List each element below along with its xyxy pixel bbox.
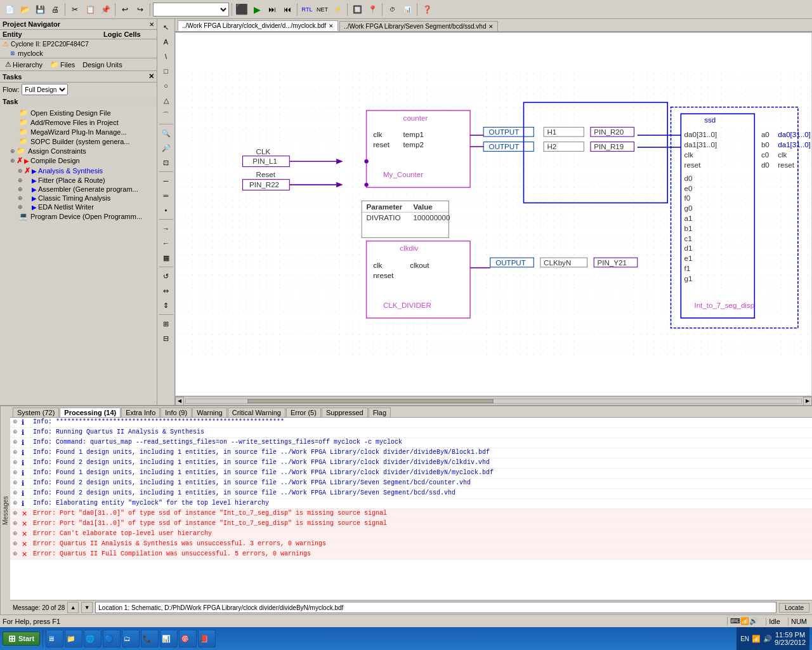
task-compile-design[interactable]: ⊕ ✗ ▶ Compile Design [0, 156, 157, 166]
expand-analysis[interactable]: ⊕ [18, 168, 23, 174]
resource-btn[interactable]: 📊 [400, 3, 414, 17]
run-button[interactable]: ▶ [250, 3, 264, 17]
locate-button[interactable]: Locate [779, 603, 809, 613]
msg-row-1[interactable]: ⊕ ℹ Info: Running Quartus II Analysis & … [10, 428, 812, 438]
schematic-canvas[interactable]: counter clk temp1 reset temp2 My_Counter… [175, 32, 812, 396]
msg-row-8[interactable]: ⊕ ℹ Info: Elaborating entity "myclock" f… [10, 499, 812, 509]
msg-expand-10[interactable]: ⊕ [13, 520, 19, 526]
task-fitter[interactable]: ⊕ ▶ Fitter (Place & Route) [0, 176, 157, 185]
taskbar-icon-3[interactable]: 🌐 [84, 630, 102, 647]
msg-expand-6[interactable]: ⊕ [13, 479, 19, 486]
msg-row-7[interactable]: ⊕ ℹ Info: Found 2 design units, includin… [10, 489, 812, 499]
junction-tool[interactable]: • [159, 203, 174, 217]
zoom-in-tool[interactable]: 🔍 [159, 126, 174, 140]
project-dropdown[interactable]: myclock [153, 3, 229, 17]
msg-expand-0[interactable]: ⊕ [13, 418, 19, 425]
rtl-button[interactable]: RTL [300, 3, 314, 17]
redo-button[interactable]: ↪ [133, 3, 147, 17]
tasks-close[interactable]: ✕ [148, 72, 154, 81]
expand-assembler[interactable]: ⊕ [18, 186, 23, 192]
ellipse-tool[interactable]: ○ [159, 79, 174, 93]
step-button[interactable]: ⏭ [265, 3, 279, 17]
message-location-input[interactable] [95, 602, 776, 613]
navigator-close[interactable]: ✕ [149, 21, 154, 28]
fit-tool[interactable]: ⊡ [159, 156, 174, 169]
scroll-right-btn[interactable]: ▶ [803, 397, 812, 406]
msg-row-11[interactable]: ⊕ ✕ Error: Can't elaborate top-level use… [10, 529, 812, 540]
tab-design-units[interactable]: Design Units [80, 60, 124, 69]
msg-row-5[interactable]: ⊕ ℹ Info: Found 1 design units, includin… [10, 468, 812, 479]
cut-button[interactable]: ✂ [68, 3, 82, 17]
expand-timing[interactable]: ⊕ [18, 195, 23, 201]
taskbar-icon-8[interactable]: 🎯 [179, 630, 197, 647]
poly-tool[interactable]: △ [159, 93, 174, 107]
msg-expand-13[interactable]: ⊕ [13, 550, 19, 557]
task-open-existing[interactable]: 📁 Open Existing Design File [0, 108, 157, 117]
task-megawizard[interactable]: 📁 MegaWizard Plug-In Manage... [0, 127, 157, 136]
open-button[interactable]: 📂 [18, 3, 32, 17]
rotate-tool[interactable]: ↺ [159, 269, 174, 283]
msg-row-3[interactable]: ⊕ ℹ Info: Found 1 design units, includin… [10, 448, 812, 458]
power-button[interactable]: ⚡ [331, 3, 344, 17]
msg-expand-12[interactable]: ⊕ [13, 540, 19, 547]
pin-button[interactable]: 📍 [365, 3, 379, 17]
tab-processing[interactable]: Processing (14) [60, 408, 121, 417]
taskbar-icon-5[interactable]: 🗂 [122, 630, 140, 647]
msg-expand-3[interactable]: ⊕ [13, 449, 19, 455]
task-add-remove[interactable]: 📁 Add/Remove Files in Project [0, 117, 157, 127]
taskbar-icon-7[interactable]: 📊 [160, 630, 178, 647]
task-assembler[interactable]: ⊕ ▶ Assembler (Generate program... [0, 185, 157, 194]
msg-expand-8[interactable]: ⊕ [13, 500, 19, 506]
msg-row-10[interactable]: ⊕ ✕ Error: Port "da1[31..0]" of type ssd… [10, 519, 812, 529]
msg-expand-9[interactable]: ⊕ [13, 510, 19, 516]
line-tool[interactable]: \ [159, 50, 174, 63]
timing-btn[interactable]: ⏱ [385, 3, 399, 17]
print-button[interactable]: 🖨 [48, 3, 62, 17]
task-eda[interactable]: ⊕ ▶ EDA Netlist Writer [0, 202, 157, 211]
msg-down-btn[interactable]: ▼ [81, 602, 93, 613]
netlist-button[interactable]: NET [315, 3, 329, 17]
msg-row-9[interactable]: ⊕ ✕ Error: Port "da0[31..0]" of type ssd… [10, 509, 812, 519]
start-button[interactable]: ⊞ Start [3, 632, 40, 646]
chip-button[interactable]: 🔲 [350, 3, 364, 17]
msg-row-6[interactable]: ⊕ ℹ Info: Found 2 design units, includin… [10, 479, 812, 489]
msg-expand-5[interactable]: ⊕ [13, 469, 19, 475]
task-analysis-synthesis[interactable]: ⊕ ✗ ▶ Analysis & Synthesis [0, 166, 157, 176]
tab-files[interactable]: 📁 Files [48, 60, 77, 69]
tab-error[interactable]: Error (5) [286, 408, 321, 417]
scroll-track-h[interactable] [185, 399, 802, 404]
bus-tool[interactable]: ═ [159, 189, 174, 202]
group-tool[interactable]: ⊞ [159, 317, 174, 331]
msg-row-0[interactable]: ⊕ ℹ Info: ******************************… [10, 418, 812, 428]
taskbar-icon-6[interactable]: 📞 [141, 630, 159, 647]
block-tool[interactable]: ▦ [159, 251, 174, 265]
ungroup-tool[interactable]: ⊟ [159, 331, 174, 345]
tab2-close[interactable]: ✕ [488, 23, 494, 30]
msg-expand-1[interactable]: ⊕ [13, 428, 19, 435]
expand-compile[interactable]: ⊕ [10, 157, 15, 164]
tab-warning[interactable]: Warning [192, 408, 227, 417]
tab-hierarchy[interactable]: ⚠ Hierarchy [3, 60, 45, 69]
msg-row-4[interactable]: ⊕ ℹ Info: Found 2 design units, includin… [10, 458, 812, 468]
tab-system[interactable]: System (72) [13, 408, 59, 417]
paste-button[interactable]: 📌 [98, 3, 112, 17]
tab-critical-warning[interactable]: Critical Warning [228, 408, 285, 417]
flow-dropdown[interactable]: Full Design [22, 84, 68, 95]
tab-info[interactable]: Info (9) [160, 408, 192, 417]
tab-extra-info[interactable]: Extra Info [121, 408, 160, 417]
task-sopc[interactable]: 📁 SOPC Builder (system genera... [0, 136, 157, 146]
tab-myclock-bdf[interactable]: ../Work FPGA Library/clock_divider/d.../… [178, 20, 338, 31]
expand-fitter[interactable]: ⊕ [18, 177, 23, 183]
save-button[interactable]: 💾 [33, 3, 47, 17]
copy-button[interactable]: 📋 [83, 3, 97, 17]
fliph-tool[interactable]: ⇔ [159, 284, 174, 298]
tab-suppressed[interactable]: Suppressed [322, 408, 368, 417]
nav-file-row[interactable]: 🗎 myclock [0, 49, 157, 58]
tab-flag[interactable]: Flag [369, 408, 391, 417]
msg-expand-7[interactable]: ⊕ [13, 489, 19, 496]
msg-row-12[interactable]: ⊕ ✕ Error: Quartus II Analysis & Synthes… [10, 540, 812, 550]
tab-ssd-vhd[interactable]: ../Work FPGA Library/Seven Segment/bcd/s… [339, 21, 498, 31]
taskbar-icon-9[interactable]: 📕 [198, 630, 216, 647]
rect-tool[interactable]: □ [159, 64, 174, 78]
taskbar-icon-4[interactable]: 🔵 [103, 630, 121, 647]
